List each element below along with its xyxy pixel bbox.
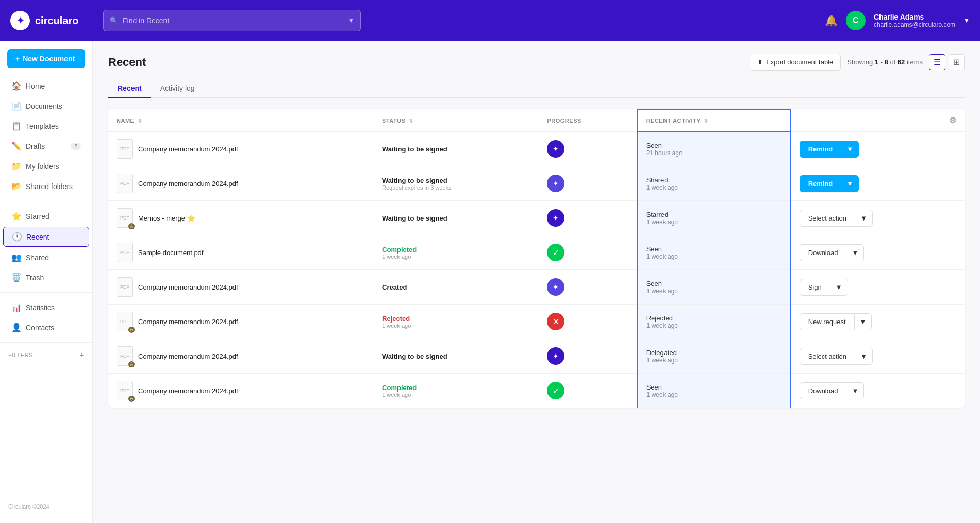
- showing-label: Showing: [847, 58, 874, 66]
- sidebar-item-starred[interactable]: ⭐ Starred: [3, 207, 89, 226]
- action-dropdown-button[interactable]: ▼: [841, 141, 859, 158]
- table-row: PDFCompany memorandum 2024.pdfWaiting to…: [108, 132, 965, 166]
- sidebar-label-documents: Documents: [26, 102, 62, 110]
- lock-icon: 🔒: [128, 223, 135, 229]
- activity-label: Seen: [646, 142, 782, 149]
- action-dropdown-button[interactable]: ▼: [841, 175, 859, 192]
- sidebar-label-shared: Shared: [26, 254, 49, 262]
- sidebar: + New Document 🏠 Home 📄 Documents 📋 Temp…: [0, 41, 93, 523]
- status-text: Completed: [382, 384, 417, 392]
- doc-action-cell: Remind ▼: [791, 166, 965, 201]
- document-name: Company memorandum 2024.pdf: [138, 352, 238, 360]
- activity-time: 1 week ago: [646, 253, 782, 260]
- activity-label: Delegated: [646, 349, 782, 357]
- topbar: ✦ circularo 🔍 ▼ 🔔 C Charlie Adams charli…: [0, 0, 980, 41]
- action-main-button[interactable]: Remind: [800, 175, 841, 192]
- x-circle-icon: ✕: [547, 313, 564, 330]
- doc-recent-activity-cell: Rejected1 week ago: [638, 305, 791, 339]
- doc-status-cell: Waiting to be signedRequest expires in 3…: [374, 166, 539, 201]
- sidebar-item-shared-folders[interactable]: 📂 Shared folders: [3, 177, 89, 196]
- search-dropdown-icon[interactable]: ▼: [348, 17, 354, 24]
- search-input[interactable]: [123, 16, 344, 25]
- export-document-table-button[interactable]: ⬆ Export document table: [750, 54, 841, 71]
- sidebar-item-contacts[interactable]: 👤 Contacts: [3, 318, 89, 337]
- action-main-button[interactable]: Sign: [800, 279, 830, 296]
- shared-folders-icon: 📂: [11, 181, 21, 191]
- doc-action-cell: Sign ▼: [791, 270, 965, 305]
- plus-icon: +: [15, 55, 20, 63]
- sidebar-item-documents[interactable]: 📄 Documents: [3, 96, 89, 115]
- action-dropdown-button[interactable]: ▼: [855, 210, 873, 227]
- action-main-button[interactable]: Select action: [800, 348, 855, 365]
- sidebar-label-starred: Starred: [26, 212, 49, 221]
- doc-name-cell: PDF🔒Memos - merge ⭐: [108, 201, 374, 235]
- action-button-group: Download ▼: [800, 244, 956, 261]
- check-circle-icon: ✓: [547, 382, 564, 399]
- action-button-group: Select action ▼: [800, 348, 956, 365]
- grid-view-button[interactable]: ⊞: [949, 54, 965, 70]
- tab-activity-log[interactable]: Activity log: [151, 79, 204, 98]
- sidebar-label-home: Home: [26, 82, 45, 90]
- sidebar-item-templates[interactable]: 📋 Templates: [3, 116, 89, 136]
- doc-action-cell: Download ▼: [791, 374, 965, 408]
- col-header-status: STATUS ⇅: [374, 109, 539, 132]
- sidebar-item-statistics[interactable]: 📊 Statistics: [3, 298, 89, 317]
- doc-status-cell: Waiting to be signed: [374, 132, 539, 166]
- action-dropdown-button[interactable]: ▼: [846, 244, 864, 261]
- new-document-button[interactable]: + New Document: [7, 49, 85, 68]
- export-icon: ⬆: [757, 58, 763, 66]
- drafts-icon: ✏️: [11, 141, 21, 151]
- tabs: Recent Activity log: [108, 79, 965, 98]
- activity-time: 1 week ago: [646, 322, 782, 329]
- contacts-icon: 👤: [11, 323, 21, 332]
- doc-progress-cell: ✦: [539, 166, 637, 201]
- table-row: PDF🔒Company memorandum 2024.pdfWaiting t…: [108, 339, 965, 374]
- my-folders-icon: 📁: [11, 161, 21, 171]
- doc-name-cell: PDFCompany memorandum 2024.pdf: [108, 166, 374, 201]
- action-main-button[interactable]: Remind: [800, 141, 841, 158]
- status-sort-icon[interactable]: ⇅: [409, 119, 413, 124]
- page-title: Recent: [108, 56, 146, 69]
- doc-name-cell: PDFCompany memorandum 2024.pdf: [108, 132, 374, 166]
- action-main-button[interactable]: Select action: [800, 210, 855, 227]
- document-icon: PDF: [117, 174, 133, 193]
- main-header: Recent ⬆ Export document table Showing 1…: [108, 54, 965, 71]
- name-sort-icon[interactable]: ⇅: [138, 119, 142, 124]
- sidebar-item-recent[interactable]: 🕐 Recent: [3, 227, 89, 247]
- action-button-group: Select action ▼: [800, 210, 956, 227]
- notification-bell-icon[interactable]: 🔔: [825, 14, 838, 27]
- action-dropdown-button[interactable]: ▼: [830, 279, 848, 296]
- action-main-button[interactable]: Download: [800, 382, 846, 399]
- user-dropdown-icon[interactable]: ▼: [964, 17, 970, 24]
- documents-table: NAME ⇅ STATUS ⇅ PROGRESS RECENT ACTIVITY…: [108, 109, 965, 408]
- logo-icon: ✦: [10, 11, 30, 30]
- search-icon: 🔍: [110, 16, 119, 25]
- action-dropdown-button[interactable]: ▼: [846, 382, 864, 399]
- doc-recent-activity-cell: Seen1 week ago: [638, 235, 791, 270]
- table-settings-icon[interactable]: ⚙: [949, 116, 957, 125]
- table-row: PDF🔒Memos - merge ⭐Waiting to be signed✦…: [108, 201, 965, 235]
- action-dropdown-button[interactable]: ▼: [854, 313, 872, 330]
- activity-sort-icon[interactable]: ⇅: [704, 119, 708, 124]
- logo: ✦ circularo: [10, 11, 93, 30]
- search-bar[interactable]: 🔍 ▼: [103, 10, 361, 31]
- action-main-button[interactable]: Download: [800, 244, 846, 261]
- tab-recent[interactable]: Recent: [108, 79, 151, 98]
- list-view-button[interactable]: ☰: [929, 54, 945, 70]
- activity-label: Seen: [646, 245, 782, 253]
- sidebar-item-home[interactable]: 🏠 Home: [3, 76, 89, 95]
- sidebar-item-drafts[interactable]: ✏️ Drafts 2: [3, 137, 89, 156]
- sidebar-item-shared[interactable]: 👥 Shared: [3, 248, 89, 267]
- sidebar-label-trash: Trash: [26, 274, 44, 282]
- sidebar-item-trash[interactable]: 🗑️ Trash: [3, 268, 89, 287]
- sidebar-item-my-folders[interactable]: 📁 My folders: [3, 157, 89, 176]
- sidebar-label-contacts: Contacts: [26, 324, 54, 332]
- doc-recent-activity-cell: Seen21 hours ago: [638, 132, 791, 166]
- doc-action-cell: Select action ▼: [791, 201, 965, 235]
- action-main-button[interactable]: New request: [800, 313, 854, 330]
- doc-name-cell: PDF🔒Company memorandum 2024.pdf: [108, 374, 374, 408]
- status-text: Created: [382, 283, 407, 291]
- filters-add-icon[interactable]: +: [79, 351, 84, 359]
- doc-status-cell: Created: [374, 270, 539, 305]
- action-dropdown-button[interactable]: ▼: [855, 348, 873, 365]
